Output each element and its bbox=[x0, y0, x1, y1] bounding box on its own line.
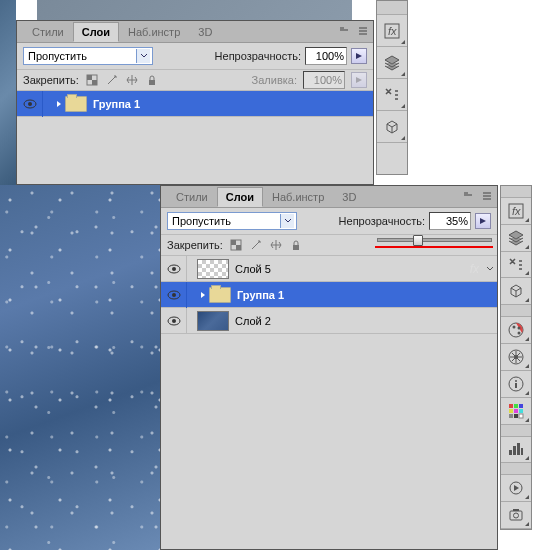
opacity-label: Непрозрачность: bbox=[215, 50, 301, 62]
lock-pixels-icon[interactable] bbox=[105, 73, 119, 87]
fill-label: Заливка: bbox=[252, 74, 297, 86]
tab-toolpresets[interactable]: Наб.инстр bbox=[119, 22, 189, 42]
opacity-slider-thumb[interactable] bbox=[413, 235, 423, 246]
dock-grip[interactable] bbox=[501, 425, 531, 437]
tab-3d[interactable]: 3D bbox=[189, 22, 221, 42]
actions-panel-icon[interactable] bbox=[501, 475, 531, 502]
lock-pixels-icon[interactable] bbox=[249, 238, 263, 252]
layers-panel-icon[interactable] bbox=[501, 225, 531, 252]
dropdown-arrow-icon bbox=[280, 214, 294, 228]
lock-position-icon[interactable] bbox=[125, 73, 139, 87]
lock-all-icon[interactable] bbox=[289, 238, 303, 252]
blend-mode-value: Пропустить bbox=[28, 50, 87, 62]
visibility-toggle-icon[interactable] bbox=[161, 308, 187, 334]
navigator-panel-icon[interactable] bbox=[501, 344, 531, 371]
layers-panel-2: Стили Слои Наб.инстр 3D Пропустить Непро… bbox=[160, 185, 498, 550]
dropdown-arrow-icon bbox=[136, 49, 150, 63]
collapsed-panels-1: fx bbox=[376, 0, 408, 175]
dock-grip[interactable] bbox=[501, 186, 531, 198]
history-panel-icon[interactable] bbox=[501, 502, 531, 529]
lock-label: Закрепить: bbox=[167, 239, 223, 251]
lock-all-icon[interactable] bbox=[145, 73, 159, 87]
swatches-panel-icon[interactable] bbox=[501, 398, 531, 425]
svg-point-44 bbox=[514, 513, 519, 518]
styles-panel-icon[interactable]: fx bbox=[501, 198, 531, 225]
visibility-toggle-icon[interactable] bbox=[17, 91, 43, 117]
layers-panel-1: Стили Слои Наб.инстр 3D Пропустить Непро… bbox=[16, 20, 374, 185]
fill-flyout-icon bbox=[351, 72, 367, 88]
layer-row-layer-5[interactable]: Слой 5 fx bbox=[161, 256, 497, 282]
tab-styles[interactable]: Стили bbox=[167, 187, 217, 207]
histogram-panel-icon[interactable] bbox=[501, 437, 531, 464]
layer-thumbnail bbox=[197, 259, 229, 279]
svg-point-5 bbox=[28, 102, 32, 106]
lock-transparency-icon[interactable] bbox=[85, 73, 99, 87]
layer-list: Группа 1 bbox=[17, 91, 373, 184]
svg-text:fx: fx bbox=[512, 205, 521, 217]
tab-toolpresets[interactable]: Наб.инстр bbox=[263, 187, 333, 207]
3d-panel-icon[interactable] bbox=[377, 111, 407, 143]
panel-tabbar: Стили Слои Наб.инстр 3D bbox=[17, 21, 373, 43]
opacity-input[interactable]: 35% bbox=[429, 212, 471, 230]
svg-point-25 bbox=[514, 355, 518, 359]
opacity-input[interactable]: 100% bbox=[305, 47, 347, 65]
panel-collapse-icon[interactable] bbox=[461, 190, 475, 200]
opacity-flyout-icon[interactable] bbox=[475, 213, 491, 229]
folder-icon bbox=[65, 96, 87, 112]
svg-rect-3 bbox=[149, 80, 155, 85]
info-panel-icon[interactable] bbox=[501, 371, 531, 398]
fill-input: 100% bbox=[303, 71, 345, 89]
lock-transparency-icon[interactable] bbox=[229, 238, 243, 252]
svg-rect-8 bbox=[236, 245, 241, 250]
panel-menu-icon[interactable] bbox=[355, 23, 371, 39]
svg-rect-36 bbox=[514, 414, 518, 418]
dock-grip[interactable] bbox=[501, 305, 531, 317]
lock-label: Закрепить: bbox=[23, 74, 79, 86]
tab-styles[interactable]: Стили bbox=[23, 22, 73, 42]
fx-expand-icon[interactable] bbox=[483, 262, 497, 276]
toolpresets-panel-icon[interactable] bbox=[377, 79, 407, 111]
svg-rect-29 bbox=[509, 404, 513, 408]
dock-grip[interactable] bbox=[377, 1, 407, 15]
dock-grip[interactable] bbox=[501, 463, 531, 475]
tab-3d[interactable]: 3D bbox=[333, 187, 365, 207]
svg-text:fx: fx bbox=[388, 25, 397, 37]
blend-mode-dropdown[interactable]: Пропустить bbox=[23, 47, 153, 65]
fx-indicator-icon[interactable]: fx bbox=[470, 262, 479, 276]
svg-rect-9 bbox=[293, 245, 299, 250]
svg-point-23 bbox=[518, 332, 521, 335]
blend-mode-dropdown[interactable]: Пропустить bbox=[167, 212, 297, 230]
opacity-flyout-icon[interactable] bbox=[351, 48, 367, 64]
expand-arrow-icon[interactable] bbox=[197, 291, 209, 299]
panel-tabbar: Стили Слои Наб.инстр 3D bbox=[161, 186, 497, 208]
styles-panel-icon[interactable]: fx bbox=[377, 15, 407, 47]
panel-collapse-icon[interactable] bbox=[337, 25, 351, 35]
collapsed-panels-2: fx bbox=[500, 185, 532, 530]
tab-layers[interactable]: Слои bbox=[73, 22, 119, 42]
layer-row-group-1[interactable]: Группа 1 bbox=[17, 91, 373, 117]
svg-rect-31 bbox=[519, 404, 523, 408]
whitespace-top-right bbox=[500, 0, 532, 180]
canvas-winter-image bbox=[0, 185, 160, 550]
opacity-slider-track[interactable] bbox=[377, 238, 492, 242]
color-panel-icon[interactable] bbox=[501, 317, 531, 344]
toolpresets-panel-icon[interactable] bbox=[501, 252, 531, 279]
layer-row-group-1[interactable]: Группа 1 bbox=[161, 282, 497, 308]
3d-panel-icon[interactable] bbox=[501, 278, 531, 305]
opacity-label: Непрозрачность: bbox=[339, 215, 425, 227]
folder-icon bbox=[209, 287, 231, 303]
lock-position-icon[interactable] bbox=[269, 238, 283, 252]
layer-row-layer-2[interactable]: Слой 2 bbox=[161, 308, 497, 334]
layers-panel-icon[interactable] bbox=[377, 47, 407, 79]
expand-arrow-icon[interactable] bbox=[53, 100, 65, 108]
svg-rect-34 bbox=[519, 409, 523, 413]
layer-thumbnail bbox=[197, 311, 229, 331]
svg-rect-41 bbox=[521, 448, 523, 455]
visibility-toggle-icon[interactable] bbox=[161, 256, 187, 282]
lock-fill-row: Закрепить: Заливка: 100% bbox=[17, 69, 373, 91]
svg-rect-30 bbox=[514, 404, 518, 408]
panel-menu-icon[interactable] bbox=[479, 188, 495, 204]
tab-layers[interactable]: Слои bbox=[217, 187, 263, 207]
layer-name: Группа 1 bbox=[93, 98, 140, 110]
visibility-toggle-icon[interactable] bbox=[161, 282, 187, 308]
